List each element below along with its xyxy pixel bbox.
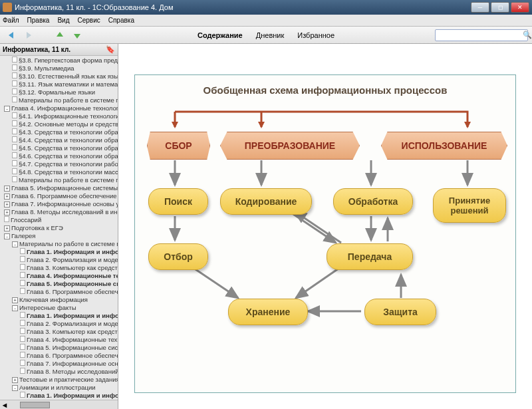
tree-item[interactable]: +Подготовка к ЕГЭ bbox=[0, 224, 118, 232]
search-input[interactable] bbox=[438, 31, 523, 39]
tree-item[interactable]: Глава 8. Методы исследований в и bbox=[0, 368, 118, 376]
titlebar: Информатика, 11 кл. - 1С:Образование 4. … bbox=[0, 0, 532, 15]
tree-item[interactable]: §4.2. Основные методы и средства и bbox=[0, 120, 118, 128]
node-hran: Хранение bbox=[228, 299, 308, 325]
tree-item[interactable]: Глава 2. Формализация и моделир bbox=[0, 256, 118, 264]
search-icon[interactable]: 🔍 bbox=[523, 31, 532, 39]
node-preobr: ПРЕОБРАЗОВАНИЕ bbox=[220, 132, 360, 160]
tree-item[interactable]: §3.9. Мультимедиа bbox=[0, 65, 118, 72]
tab-diary[interactable]: Дневник bbox=[256, 31, 285, 39]
tree-item[interactable]: Глава 6. Программное обеспечение bbox=[0, 288, 118, 296]
menu-service[interactable]: Сервис bbox=[77, 17, 100, 24]
tree[interactable]: §3.8. Гипертекстовая форма предст§3.9. М… bbox=[0, 56, 118, 400]
back-button[interactable] bbox=[5, 29, 19, 41]
tree-item[interactable]: -Интересные факты bbox=[0, 304, 118, 312]
node-otbor: Отбор bbox=[148, 243, 208, 270]
tree-item[interactable]: Глава 1. Информация и информа bbox=[0, 392, 118, 400]
sidebar-header-title: Информатика, 11 кл. bbox=[3, 46, 70, 53]
node-ispolz: ИСПОЛЬЗОВАНИЕ bbox=[381, 132, 507, 160]
tree-item[interactable]: Глава 4. Информационные технолс bbox=[0, 272, 118, 280]
tree-item[interactable]: Материалы по работе в системе прог bbox=[0, 96, 118, 104]
svg-line-6 bbox=[194, 268, 238, 298]
maximize-button[interactable]: ◻ bbox=[491, 2, 509, 13]
node-kodir: Кодирование bbox=[220, 188, 312, 215]
diagram-arrows bbox=[135, 75, 515, 392]
menu-view[interactable]: Вид bbox=[57, 17, 69, 24]
tree-item[interactable]: §4.3. Средства и технологии обрабо bbox=[0, 128, 118, 136]
node-poisk: Поиск bbox=[148, 188, 208, 215]
node-priny: Принятие решений bbox=[433, 188, 506, 223]
node-obrab: Обработка bbox=[333, 188, 413, 215]
svg-line-8 bbox=[289, 211, 336, 243]
h-scrollbar[interactable]: ◄ bbox=[0, 400, 118, 409]
down-button[interactable] bbox=[70, 29, 84, 41]
tree-item[interactable]: +Глава 5. Информационные системы bbox=[0, 184, 118, 192]
close-button[interactable]: ✕ bbox=[511, 2, 529, 13]
tree-item[interactable]: Глава 1. Информация и информаци bbox=[0, 312, 118, 320]
tree-item[interactable]: Глава 5. Информационные системы bbox=[0, 280, 118, 288]
menubar: Файл Правка Вид Сервис Справка bbox=[0, 15, 532, 27]
tree-item[interactable]: -Анимации и иллюстрации bbox=[0, 384, 118, 392]
app-icon bbox=[3, 3, 12, 12]
sidebar: Информатика, 11 кл. 🔖 §3.8. Гипертекстов… bbox=[0, 44, 118, 409]
tree-item[interactable]: Глава 6. Программное обеспечени bbox=[0, 352, 118, 360]
tree-item[interactable]: -Глава 4. Информационные технологи bbox=[0, 104, 118, 112]
node-zash: Защита bbox=[364, 299, 436, 325]
tab-favorites[interactable]: Избранное bbox=[297, 31, 334, 39]
tree-item[interactable]: §3.11. Язык математики и математи bbox=[0, 80, 118, 88]
svg-line-9 bbox=[295, 211, 341, 243]
menu-file[interactable]: Файл bbox=[3, 17, 19, 24]
toolbar: Содержание Дневник Избранное 🔍 bbox=[0, 27, 532, 44]
node-sbor: СБОР bbox=[147, 132, 210, 160]
menu-edit[interactable]: Правка bbox=[27, 17, 50, 24]
menu-help[interactable]: Справка bbox=[108, 17, 134, 24]
window-title: Информатика, 11 кл. - 1С:Образование 4. … bbox=[15, 3, 471, 11]
tree-item[interactable]: §3.12. Формальные языки bbox=[0, 88, 118, 96]
tree-item[interactable]: Глава 3. Компьютер как средство с bbox=[0, 328, 118, 336]
forward-button[interactable] bbox=[23, 29, 36, 41]
tree-item[interactable]: Глава 2. Формализация и моделир bbox=[0, 320, 118, 328]
bookmark-icon[interactable]: 🔖 bbox=[106, 45, 115, 54]
tree-item[interactable]: +Глава 6. Программное обеспечение ком bbox=[0, 192, 118, 200]
tree-item[interactable]: §4.7. Средства и технологии работы в bbox=[0, 160, 118, 168]
search-box[interactable]: 🔍 bbox=[435, 29, 528, 41]
tree-item[interactable]: Глава 7. Информационные основы bbox=[0, 360, 118, 368]
tree-item[interactable]: §4.8. Средства и технологии массовы bbox=[0, 168, 118, 176]
svg-line-7 bbox=[296, 267, 341, 298]
tree-item[interactable]: +Тестовые и практические задания bbox=[0, 376, 118, 384]
tree-item[interactable]: Материалы по работе в системе прог bbox=[0, 176, 118, 184]
tree-item[interactable]: +Ключевая информация bbox=[0, 296, 118, 304]
minimize-button[interactable]: ─ bbox=[471, 2, 489, 13]
tab-content[interactable]: Содержание bbox=[198, 31, 243, 39]
node-pered: Передача bbox=[327, 243, 413, 270]
sidebar-header: Информатика, 11 кл. 🔖 bbox=[0, 44, 118, 56]
tree-item[interactable]: Глава 1. Информация и информаци bbox=[0, 248, 118, 256]
up-button[interactable] bbox=[53, 29, 66, 41]
tree-item[interactable]: Глава 3. Компьютер как средство с bbox=[0, 264, 118, 272]
diagram-title: Обобщенная схема информационных процессо… bbox=[135, 84, 515, 96]
tree-item[interactable]: -Материалы по работе в системе прог bbox=[0, 240, 118, 248]
diagram-frame: Обобщенная схема информационных процессо… bbox=[134, 74, 516, 393]
tree-item[interactable]: +Глава 8. Методы исследований в инфо bbox=[0, 208, 118, 216]
tree-item[interactable]: §3.8. Гипертекстовая форма предст bbox=[0, 57, 118, 65]
tree-item[interactable]: §4.1. Информационные технологии: bbox=[0, 112, 118, 120]
tree-item[interactable]: Глава 4. Информационные технолс bbox=[0, 336, 118, 344]
tree-item[interactable]: +Глава 7. Информационные основы упра bbox=[0, 200, 118, 208]
tree-item[interactable]: Глоссарий bbox=[0, 216, 118, 224]
tree-item[interactable]: §3.10. Естественный язык как язык и bbox=[0, 72, 118, 80]
tree-item[interactable]: §4.4. Средства и технологии обрабо bbox=[0, 136, 118, 144]
tree-item[interactable]: Глава 5. Информационные системы bbox=[0, 344, 118, 352]
tree-item[interactable]: §4.6. Средства и технологии обрабо bbox=[0, 152, 118, 160]
content-area: Обобщенная схема информационных процессо… bbox=[118, 44, 532, 409]
tree-item[interactable]: §4.5. Средства и технологии обрабо bbox=[0, 144, 118, 152]
tree-item[interactable]: -Галерея bbox=[0, 232, 118, 240]
